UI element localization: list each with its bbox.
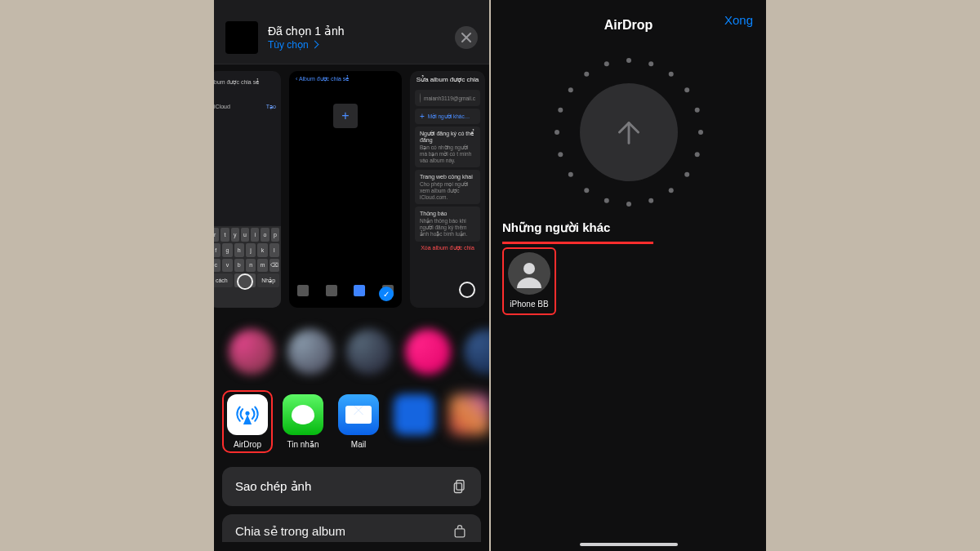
radar-dot-icon xyxy=(584,188,589,193)
radar-dot-icon xyxy=(626,58,631,63)
action-share-in-album[interactable]: Chia sẻ trong album xyxy=(222,514,481,542)
thumb3-title: Sửa album được chia xyxy=(415,76,480,83)
radar-dot-icon xyxy=(668,72,673,77)
radar-dot-icon xyxy=(694,108,699,113)
person-icon xyxy=(513,257,546,290)
airdrop-circle xyxy=(580,83,678,181)
plus-tile-icon: + xyxy=(333,104,358,128)
radar-dot-icon xyxy=(648,61,653,66)
mini-keyboard: rtyuiop fghjkl cvbnm⌫ cách Nhập xyxy=(214,226,281,308)
close-icon xyxy=(461,33,471,42)
radar-dot-icon xyxy=(668,188,673,193)
radar-dot-icon xyxy=(604,61,608,66)
tutorial-canvas: Đã chọn 1 ảnh Tùy chọn bum được chia sẻ … xyxy=(0,0,980,551)
contact-avatar[interactable] xyxy=(346,329,392,375)
app-messages-label: Tin nhắn xyxy=(287,440,319,449)
svg-rect-1 xyxy=(457,481,464,491)
app-messages[interactable]: Tin nhắn xyxy=(283,394,323,449)
contact-avatar[interactable] xyxy=(287,329,333,375)
share-title: Đã chọn 1 ảnh xyxy=(268,24,445,38)
contact-avatar[interactable] xyxy=(229,329,274,375)
screenshot-thumb-1[interactable]: bum được chia sẻ iCloudTạo rtyuiop fghjk… xyxy=(214,71,281,308)
share-apps-row: AirDrop Tin nhắn Mail xyxy=(214,383,489,455)
mail-icon xyxy=(338,394,379,435)
radar-dot-icon xyxy=(684,87,689,92)
share-header-text: Đã chọn 1 ảnh Tùy chọn xyxy=(268,24,445,51)
upload-arrow-icon xyxy=(610,113,648,151)
blurred-app-icon xyxy=(394,394,434,435)
copy-icon xyxy=(452,478,468,495)
airdrop-header: AirDrop Xong xyxy=(491,0,766,42)
home-indicator[interactable] xyxy=(580,543,678,546)
phone-share-sheet: Đã chọn 1 ảnh Tùy chọn bum được chia sẻ … xyxy=(214,0,489,551)
device-avatar xyxy=(508,252,550,295)
airdrop-radar xyxy=(547,51,710,214)
screenshot-thumb-2[interactable]: ‹ Album được chia sẻ + ✓ xyxy=(289,71,402,308)
app-blurred-2[interactable] xyxy=(449,394,489,435)
screenshot-thumb-3[interactable]: Sửa album được chia maianh3119@gmail.c +… xyxy=(410,71,485,308)
thumb1-label: bum được chia sẻ xyxy=(214,79,259,86)
action-copy-label: Sao chép ảnh xyxy=(235,479,311,494)
share-options-link[interactable]: Tùy chọn xyxy=(268,39,445,51)
airdrop-icon xyxy=(227,394,268,435)
radar-dot-icon xyxy=(626,202,631,207)
avatar-icon xyxy=(420,93,421,103)
svg-rect-2 xyxy=(454,483,461,493)
selection-ring-icon xyxy=(237,273,253,290)
airdrop-device[interactable]: iPhone BB xyxy=(502,247,556,315)
radar-dot-icon xyxy=(558,152,563,157)
app-mail-label: Mail xyxy=(351,440,366,449)
airdrop-section-title: Những người khác xyxy=(491,220,766,240)
thumb1-icloud: iCloud xyxy=(214,104,230,110)
app-airdrop-label: AirDrop xyxy=(234,440,261,449)
phone-airdrop: AirDrop Xong Những người khác iPhone BB xyxy=(491,0,766,551)
thumb2-back: ‹ Album được chia sẻ xyxy=(289,71,402,87)
radar-dot-icon xyxy=(555,130,559,135)
close-button[interactable] xyxy=(455,26,478,49)
checkmark-badge-icon: ✓ xyxy=(379,287,394,301)
radar-dot-icon xyxy=(684,172,689,177)
action-share-album-label: Chia sẻ trong album xyxy=(235,524,345,539)
app-mail[interactable]: Mail xyxy=(338,394,379,449)
contact-avatar[interactable] xyxy=(464,329,489,375)
radar-dot-icon xyxy=(698,130,703,135)
airdrop-device-label: iPhone BB xyxy=(510,300,548,309)
messages-icon xyxy=(283,394,323,435)
thumb1-icloud-action: Tạo xyxy=(266,104,276,110)
action-copy-photo[interactable]: Sao chép ảnh xyxy=(222,467,481,506)
selection-ring-icon xyxy=(459,282,475,298)
contacts-row[interactable] xyxy=(214,308,489,383)
done-button[interactable]: Xong xyxy=(724,13,753,27)
thumb3-delete: Xóa album được chia xyxy=(415,245,480,251)
radar-dot-icon xyxy=(568,172,572,177)
thumb3-email: maianh3119@gmail.c xyxy=(424,96,475,101)
contact-avatar[interactable] xyxy=(405,329,451,375)
app-blurred-1[interactable] xyxy=(394,394,434,449)
svg-rect-3 xyxy=(455,529,465,537)
album-share-icon xyxy=(452,524,468,540)
radar-dot-icon xyxy=(694,152,699,157)
selected-thumbnail xyxy=(225,21,258,54)
radar-dot-icon xyxy=(568,87,572,92)
share-header: Đã chọn 1 ảnh Tùy chọn xyxy=(214,0,489,64)
app-airdrop[interactable]: AirDrop xyxy=(227,394,268,449)
thumb3-invite: Mời người khác… xyxy=(428,113,470,120)
radar-dot-icon xyxy=(648,198,653,203)
recent-screenshots-row[interactable]: bum được chia sẻ iCloudTạo rtyuiop fghjk… xyxy=(214,64,489,308)
airdrop-title: AirDrop xyxy=(604,18,653,33)
blurred-app-icon xyxy=(449,394,489,435)
actions-list: Sao chép ảnh Chia sẻ trong album xyxy=(222,467,481,542)
highlight-underline xyxy=(502,242,653,244)
radar-dot-icon xyxy=(584,72,589,77)
radar-dot-icon xyxy=(604,198,608,203)
svg-point-4 xyxy=(523,263,535,274)
radar-dot-icon xyxy=(558,108,563,113)
